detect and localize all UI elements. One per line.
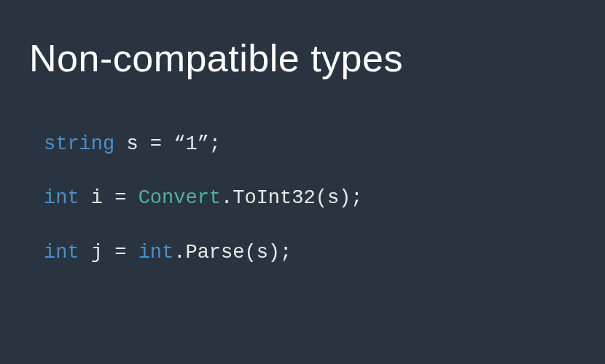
space — [114, 133, 126, 155]
string-literal: “1” — [173, 133, 209, 155]
type-int: int — [138, 242, 174, 264]
dot: . — [173, 242, 185, 264]
type-convert: Convert — [138, 187, 221, 209]
space — [79, 187, 91, 209]
space — [79, 242, 91, 264]
arg-s: s — [257, 242, 268, 264]
keyword-string: string — [44, 133, 114, 155]
space — [162, 133, 173, 155]
keyword-int: int — [44, 187, 79, 209]
semicolon: ; — [351, 187, 362, 209]
code-line-1: string s = “1”; — [44, 131, 576, 157]
code-line-3: int j = int.Parse(s); — [44, 240, 576, 266]
semicolon: ; — [209, 133, 221, 155]
lparen: ( — [244, 242, 256, 264]
equals-op: = — [150, 133, 162, 155]
arg-s: s — [327, 187, 339, 209]
rparen: ) — [268, 242, 280, 264]
slide: Non-compatible types string s = “1”; int… — [0, 0, 605, 266]
equals-op: = — [114, 187, 126, 209]
method-parse: Parse — [185, 242, 244, 264]
code-line-2: int i = Convert.ToInt32(s); — [44, 185, 576, 211]
method-toint32: ToInt32 — [233, 187, 315, 209]
identifier-j: j — [91, 242, 103, 264]
dot: . — [221, 187, 233, 209]
keyword-int: int — [44, 242, 79, 264]
space — [126, 187, 138, 209]
space — [126, 242, 138, 264]
identifier-i: i — [91, 187, 103, 209]
semicolon: ; — [280, 242, 292, 264]
space — [103, 242, 114, 264]
identifier-s: s — [126, 133, 138, 155]
rparen: ) — [339, 187, 351, 209]
code-block: string s = “1”; int i = Convert.ToInt32(… — [29, 131, 576, 266]
equals-op: = — [114, 242, 126, 264]
slide-title: Non-compatible types — [29, 36, 576, 80]
space — [138, 133, 150, 155]
space — [103, 187, 114, 209]
lparen: ( — [316, 187, 327, 209]
